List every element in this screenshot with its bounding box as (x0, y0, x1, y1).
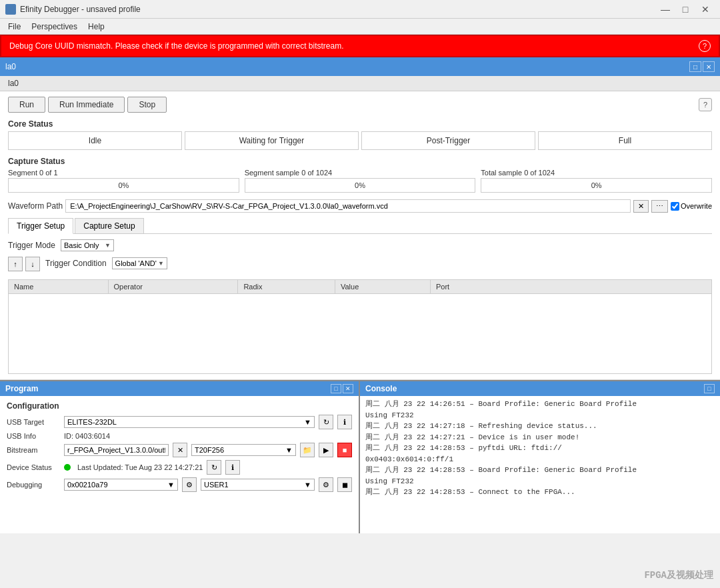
usb-refresh-button[interactable]: ↻ (319, 415, 333, 429)
program-panel: Program □ ✕ Configuration USB Target ELI… (0, 381, 360, 533)
app-icon (5, 4, 16, 15)
program-close-button[interactable]: ✕ (343, 384, 353, 393)
debugging-row: Debugging 0x00210a79 ▼ ⚙ USER1 ▼ ⚙ ◼ (7, 477, 352, 492)
debugging-label: Debugging (7, 481, 60, 489)
trigger-mode-arrow-icon: ▼ (105, 242, 111, 249)
device-status-label: Device Status (7, 463, 60, 471)
toolbar-help-button[interactable]: ? (699, 98, 712, 111)
close-button[interactable]: ✕ (696, 3, 715, 16)
empty-table-cell (9, 294, 712, 374)
col-operator: Operator (108, 280, 238, 294)
col-value: Value (335, 280, 430, 294)
user-arrow-icon: ▼ (304, 481, 311, 489)
bitstream-clear-button[interactable]: ✕ (173, 443, 187, 457)
col-port: Port (431, 280, 712, 294)
error-help-button[interactable]: ? (699, 40, 711, 52)
debugging-btn3[interactable]: ◼ (337, 477, 352, 492)
trigger-mode-select[interactable]: Basic Only ▼ (61, 239, 114, 251)
bitstream-label: Bitstream (7, 446, 60, 454)
run-immediate-button[interactable]: Run Immediate (48, 97, 125, 113)
bitstream-input[interactable] (64, 444, 169, 456)
la0-tab-header: la0 □ ✕ (0, 57, 720, 76)
menu-perspectives[interactable]: Perspectives (26, 21, 83, 33)
usb-target-select[interactable]: ELITES-232DL ▼ (64, 416, 315, 428)
menu-file[interactable]: File (3, 21, 26, 33)
debugging-btn2[interactable]: ⚙ (319, 477, 333, 492)
signal-table-body (9, 294, 712, 374)
tab-trigger-setup[interactable]: Trigger Setup (8, 218, 73, 234)
console-line: Using FT232 (365, 410, 715, 421)
remove-trigger-button[interactable]: ↓ (25, 257, 40, 271)
console-restore-button[interactable]: □ (704, 384, 715, 393)
device-info-button[interactable]: ℹ (225, 460, 240, 475)
minimize-button[interactable]: — (656, 3, 675, 16)
user-select[interactable]: USER1 ▼ (201, 479, 315, 491)
signal-table: Name Operator Radix Value Port (8, 279, 712, 374)
capture-segment-bar: 0% (8, 178, 239, 193)
device-arrow-icon: ▼ (285, 446, 293, 454)
trigger-condition-select[interactable]: Global 'AND' ▼ (112, 257, 167, 269)
la0-restore-button[interactable]: □ (689, 61, 701, 72)
device-select[interactable]: T20F256 ▼ (191, 444, 296, 456)
console-line: 周二 八月 23 22 14:27:21 – Device is in user… (365, 432, 715, 443)
col-radix: Radix (238, 280, 335, 294)
device-refresh-button[interactable]: ↻ (207, 460, 221, 475)
menu-bar: File Perspectives Help (0, 19, 720, 35)
capture-segment-sample: Segment sample 0 of 1024 0% (245, 169, 476, 193)
usb-target-arrow-icon: ▼ (304, 418, 311, 426)
la0-close-button[interactable]: ✕ (703, 61, 715, 72)
device-status-dot (64, 464, 71, 471)
debugging-arrow-icon: ▼ (167, 481, 175, 489)
setup-tabs: Trigger Setup Capture Setup (8, 218, 712, 234)
menu-help[interactable]: Help (83, 21, 110, 33)
config-section-label: Configuration (7, 401, 352, 411)
stop-button[interactable]: Stop (127, 97, 167, 113)
bitstream-program-button[interactable]: ▶ (319, 443, 333, 457)
window-title: Efinity Debugger - unsaved profile (20, 5, 141, 14)
usb-info-row: USB Info ID: 0403:6014 (7, 432, 352, 440)
waveform-path-input[interactable] (65, 199, 631, 213)
console-content[interactable]: 周二 八月 23 22 14:26:51 – Board Profile: Ge… (360, 396, 720, 533)
status-idle: Idle (8, 131, 182, 150)
trigger-condition-row: Trigger Condition Global 'AND' ▼ (45, 257, 167, 269)
program-panel-header: Program □ ✕ (0, 381, 359, 396)
waveform-path-label: Waveform Path (8, 201, 63, 211)
window-controls: — □ ✕ (656, 3, 715, 16)
capture-segment: Segment 0 of 1 0% (8, 169, 239, 193)
usb-info-label: USB Info (7, 432, 60, 440)
usb-target-label: USB Target (7, 418, 60, 426)
console-panel-header: Console □ (360, 381, 720, 396)
device-status-row: Device Status Last Updated: Tue Aug 23 2… (7, 460, 352, 475)
usb-info-value: ID: 0403:6014 (64, 432, 110, 440)
overwrite-label[interactable]: Overwrite (671, 202, 712, 211)
waveform-clear-button[interactable]: ✕ (633, 200, 649, 213)
capture-total-sample: Total sample 0 of 1024 0% (481, 169, 712, 193)
usb-target-row: USB Target ELITES-232DL ▼ ↻ ℹ (7, 415, 352, 429)
bitstream-browse-button[interactable]: 📁 (300, 443, 315, 457)
capture-status-grid: Segment 0 of 1 0% Segment sample 0 of 10… (8, 169, 712, 193)
usb-info-button[interactable]: ℹ (337, 415, 352, 429)
maximize-button[interactable]: □ (676, 3, 695, 16)
program-restore-button[interactable]: □ (331, 384, 341, 393)
tab-capture-setup[interactable]: Capture Setup (75, 218, 143, 233)
status-full: Full (538, 131, 712, 150)
trigger-mode-row: Trigger Mode Basic Only ▼ (8, 239, 712, 251)
console-line: 周二 八月 23 22 14:28:53 – Connect to the FP… (365, 487, 715, 498)
debugging-btn1[interactable]: ⚙ (182, 477, 197, 492)
device-status-value: Last Updated: Tue Aug 23 22 14:27:21 (77, 463, 203, 471)
overwrite-checkbox[interactable] (671, 202, 679, 211)
error-banner: Debug Core UUID mismatch. Please check i… (0, 35, 720, 57)
trigger-condition-label: Trigger Condition (45, 259, 107, 268)
bitstream-stop-button[interactable]: ■ (337, 443, 352, 457)
console-panel-title: Console (365, 384, 397, 393)
debugging-select[interactable]: 0x00210a79 ▼ (64, 479, 178, 491)
la0-sublabel: la0 (0, 76, 720, 91)
console-panel: Console □ 周二 八月 23 22 14:26:51 – Board P… (360, 381, 720, 533)
program-content: Configuration USB Target ELITES-232DL ▼ … (0, 396, 359, 533)
add-trigger-button[interactable]: ↑ (8, 257, 23, 271)
waveform-path-row: Waveform Path ✕ ⋯ Overwrite (8, 199, 712, 213)
run-button[interactable]: Run (8, 97, 45, 113)
waveform-browse-button[interactable]: ⋯ (651, 200, 668, 213)
main-panel: Run Run Immediate Stop ? Core Status Idl… (0, 91, 720, 380)
program-panel-title: Program (5, 384, 38, 393)
